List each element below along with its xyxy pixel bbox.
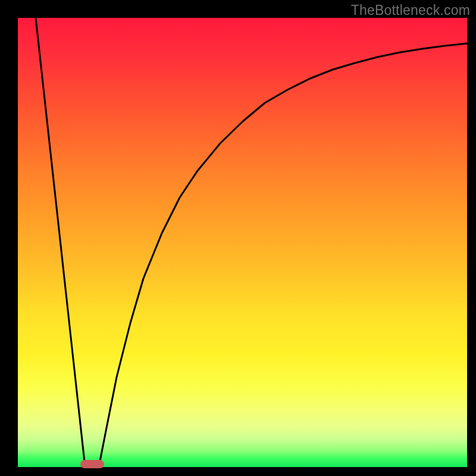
- plot-area: [18, 18, 467, 467]
- curve-right-segment: [99, 43, 467, 467]
- minimum-marker: [80, 460, 104, 468]
- bottleneck-curve: [18, 18, 467, 467]
- curve-left-segment: [36, 18, 85, 467]
- watermark-text: TheBottleneck.com: [351, 2, 470, 18]
- chart-frame: TheBottleneck.com: [0, 0, 476, 476]
